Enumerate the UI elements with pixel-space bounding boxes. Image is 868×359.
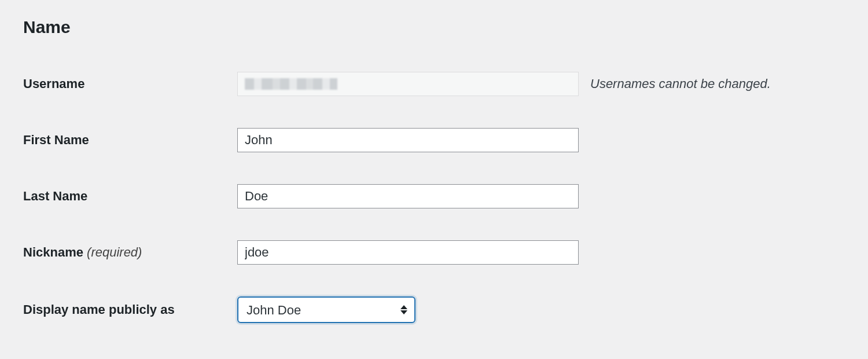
nickname-required: (required): [87, 245, 142, 259]
nickname-label: Nickname: [23, 245, 87, 259]
row-display-name: Display name publicly as John Doe: [23, 296, 845, 323]
name-form: Username Usernames cannot be changed. Fi…: [23, 72, 845, 323]
last-name-field[interactable]: [237, 184, 579, 208]
username-field: [237, 72, 579, 96]
username-redacted: [245, 78, 337, 90]
row-nickname: Nickname (required): [23, 240, 845, 265]
username-note: Usernames cannot be changed.: [590, 76, 771, 91]
row-last-name: Last Name: [23, 184, 845, 208]
username-label: Username: [23, 76, 237, 91]
first-name-label: First Name: [23, 133, 237, 148]
display-name-select[interactable]: John Doe: [237, 296, 415, 323]
row-first-name: First Name: [23, 128, 845, 152]
row-username: Username Usernames cannot be changed.: [23, 72, 845, 96]
first-name-field[interactable]: [237, 128, 579, 152]
last-name-label: Last Name: [23, 189, 237, 204]
section-heading: Name: [23, 17, 845, 37]
nickname-field[interactable]: [237, 240, 579, 265]
display-name-label: Display name publicly as: [23, 302, 237, 317]
